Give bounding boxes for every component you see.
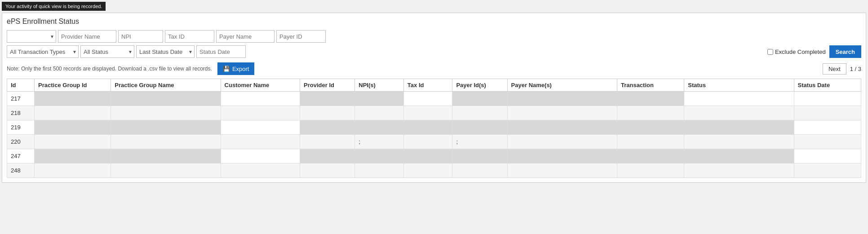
table-cell	[617, 135, 684, 149]
col-header-taxid: Tax Id	[403, 79, 452, 92]
table-cell	[684, 163, 794, 178]
table-cell	[617, 163, 684, 178]
page-indicator: 1 / 3	[850, 66, 861, 72]
table-row: 219	[7, 120, 861, 135]
col-header-pg-name: Practice Group Name	[111, 79, 221, 92]
col-header-transaction: Transaction	[617, 79, 684, 92]
table-cell: ;	[452, 135, 507, 149]
recording-banner: Your activity of quick view is being rec…	[2, 2, 106, 11]
transaction-type-select[interactable]: All Transaction Types EDI 270/271 EDI 27…	[7, 45, 79, 58]
export-icon: 💾	[223, 66, 230, 72]
table-cell	[684, 92, 794, 106]
payer-id-input[interactable]	[276, 30, 326, 43]
table-cell: 219	[7, 120, 35, 135]
filter-right-area: Exclude Completed Search	[767, 45, 861, 58]
table-row: 217	[7, 92, 861, 106]
table-cell	[300, 163, 355, 178]
table-cell	[507, 149, 617, 163]
table-cell	[794, 92, 861, 106]
table-cell	[35, 92, 111, 106]
table-cell	[452, 149, 507, 163]
table-cell	[507, 106, 617, 120]
col-header-payer-names: Payer Name(s)	[507, 79, 617, 92]
exclude-completed-checkbox[interactable]	[767, 49, 773, 55]
table-cell	[221, 106, 300, 120]
table-cell	[221, 120, 300, 135]
taxid-input[interactable]	[165, 30, 214, 43]
table-cell	[403, 106, 452, 120]
table-cell	[403, 149, 452, 163]
table-cell	[300, 106, 355, 120]
page-title: ePS Enrollment Status	[7, 18, 861, 26]
col-header-payer-ids: Payer Id(s)	[452, 79, 507, 92]
table-cell	[221, 149, 300, 163]
col-header-cust-name: Customer Name	[221, 79, 300, 92]
col-header-pg-id: Practice Group Id	[35, 79, 111, 92]
table-row: 220;;	[7, 135, 861, 149]
table-cell	[355, 163, 404, 178]
exclude-completed-label[interactable]: Exclude Completed	[767, 49, 826, 55]
payer-name-input[interactable]	[216, 30, 275, 43]
table-cell: ;	[355, 135, 404, 149]
table-cell	[300, 149, 355, 163]
export-button[interactable]: 💾 Export	[217, 62, 255, 75]
table-cell	[35, 135, 111, 149]
table-cell	[403, 120, 452, 135]
table-cell	[111, 135, 221, 149]
npi-input[interactable]	[118, 30, 163, 43]
table-cell	[684, 149, 794, 163]
table-cell	[300, 135, 355, 149]
table-cell	[617, 106, 684, 120]
table-cell	[355, 92, 404, 106]
table-cell	[111, 92, 221, 106]
col-header-status: Status	[684, 79, 794, 92]
search-button[interactable]: Search	[829, 45, 861, 58]
table-cell	[617, 92, 684, 106]
info-left: Note: Only the first 500 records are dis…	[7, 62, 254, 75]
info-row: Note: Only the first 500 records are dis…	[7, 62, 861, 75]
col-header-prov-id: Provider Id	[300, 79, 355, 92]
all-status-select[interactable]: All Status Active Inactive Pending	[80, 45, 134, 58]
provider-type-select[interactable]	[7, 30, 56, 43]
table-cell: 220	[7, 135, 35, 149]
table-cell	[300, 92, 355, 106]
next-button[interactable]: Next	[823, 63, 846, 75]
table-cell	[452, 120, 507, 135]
all-status-wrapper: All Status Active Inactive Pending ▼	[80, 45, 134, 58]
table-row: 248	[7, 163, 861, 178]
table-cell	[111, 106, 221, 120]
col-header-status-date: Status Date	[794, 79, 861, 92]
table-row: 218	[7, 106, 861, 120]
table-cell	[684, 106, 794, 120]
table-cell	[794, 120, 861, 135]
info-text: Note: Only the first 500 records are dis…	[7, 66, 212, 72]
table-cell	[35, 120, 111, 135]
enrollment-table: Id Practice Group Id Practice Group Name…	[7, 79, 861, 178]
table-cell	[794, 106, 861, 120]
table-cell	[507, 92, 617, 106]
table-row: 247	[7, 149, 861, 163]
table-cell	[507, 120, 617, 135]
provider-name-input[interactable]	[58, 30, 116, 43]
table-cell	[617, 120, 684, 135]
table-cell	[111, 120, 221, 135]
status-date-input[interactable]	[196, 45, 246, 58]
table-cell	[111, 149, 221, 163]
pagination-area: Next 1 / 3	[823, 63, 861, 75]
table-cell	[452, 163, 507, 178]
transaction-type-wrapper: All Transaction Types EDI 270/271 EDI 27…	[7, 45, 79, 58]
export-label: Export	[232, 66, 249, 72]
table-cell	[221, 135, 300, 149]
table-cell	[35, 106, 111, 120]
exclude-completed-text: Exclude Completed	[775, 49, 826, 55]
table-cell	[617, 149, 684, 163]
table-cell: 218	[7, 106, 35, 120]
table-cell	[355, 120, 404, 135]
status-date-type-select[interactable]: Last Status Date Created Date Updated Da…	[136, 45, 195, 58]
table-cell	[403, 135, 452, 149]
table-cell	[684, 135, 794, 149]
table-body: 217218219220;;247248	[7, 92, 861, 178]
table-cell	[794, 149, 861, 163]
table-cell	[452, 92, 507, 106]
table-cell	[35, 149, 111, 163]
